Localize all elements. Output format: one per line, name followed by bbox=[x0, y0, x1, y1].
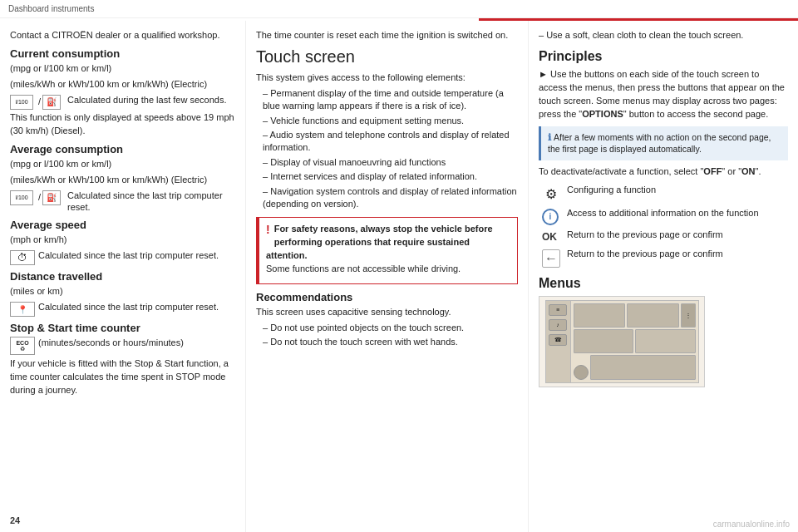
icon-row-speed: ⏱ Calculated since the last trip compute… bbox=[10, 249, 235, 265]
info-icon-cell: i bbox=[539, 205, 564, 227]
subtitle1-speed: (mph or km/h) bbox=[10, 234, 235, 247]
screen-bot-row bbox=[574, 355, 696, 379]
section-title-avg-consumption: Average consumption bbox=[10, 143, 235, 155]
ok-icon-cell: OK bbox=[539, 227, 564, 246]
screen-simulation: ≡ ♪ ☎ ⋮ bbox=[545, 300, 699, 383]
bullet-permanent: – Permanent display of the time and outs… bbox=[256, 87, 518, 113]
section-average-speed: Average speed (mph or km/h) ⏱ Calculated… bbox=[10, 219, 235, 265]
gear-icon-cell: ⚙ bbox=[539, 182, 564, 205]
page-section-title: Dashboard instruments bbox=[8, 4, 94, 13]
fuel-pump-icon-current: ⛽ bbox=[42, 95, 61, 110]
deactivate-text: To deactivate/activate a function, selec… bbox=[539, 165, 788, 179]
options-bold-text: OPTIONS bbox=[582, 109, 623, 119]
warning-box: ! For safety reasons, always stop the ve… bbox=[256, 217, 518, 284]
fuel-pump-icon-avg: ⛽ bbox=[42, 190, 61, 205]
current-desc: Calculated during the last few seconds. bbox=[67, 94, 226, 106]
right-column: – Use a soft, clean cloth to clean the t… bbox=[528, 21, 798, 532]
screen-cell-3 bbox=[574, 329, 634, 353]
menus-title: Menus bbox=[539, 276, 788, 291]
back-icon-label: Return to the previous page or confirm bbox=[564, 246, 788, 269]
section-average-consumption: Average consumption (mpg or l/100 km or … bbox=[10, 143, 235, 214]
recommendations-title: Recommendations bbox=[256, 291, 518, 303]
info-circle-icon: i bbox=[542, 209, 559, 225]
warning-bold-text: For safety reasons, always stop the vehi… bbox=[266, 223, 510, 276]
screen-dots: ⋮ bbox=[681, 303, 696, 328]
subtitle1-avg: (mpg or l/100 km or km/l) bbox=[10, 158, 235, 171]
screen-btn-1: ≡ bbox=[549, 304, 567, 316]
time-counter-note: The time counter is reset each time the … bbox=[256, 29, 518, 42]
section-title-distance: Distance travelled bbox=[10, 270, 235, 283]
fuel-icon-current: l/100 bbox=[10, 95, 33, 110]
section-title-stop-start: Stop & Start time counter bbox=[10, 322, 235, 334]
section-current-consumption: Current consumption (mpg or l/100 km or … bbox=[10, 47, 235, 138]
screen-right-panel: ⋮ bbox=[571, 301, 698, 382]
icon-row-dist: 📍 Calculated since the last trip compute… bbox=[10, 301, 235, 317]
icon-row-stopstart: ECO ♻ (minutes/seconds or hours/minutes) bbox=[10, 337, 235, 355]
touchscreen-intro: This system gives access to the followin… bbox=[256, 71, 518, 85]
main-content: Contact a CITROËN dealer or a qualified … bbox=[0, 21, 798, 532]
icon-row-info: i Access to additional information on th… bbox=[539, 205, 788, 227]
screen-cell-1 bbox=[574, 303, 626, 328]
back-icon: ← bbox=[542, 249, 560, 268]
back-icon-cell: ← bbox=[539, 246, 564, 269]
stopstart-subtitle: (minutes/seconds or hours/minutes) bbox=[38, 337, 184, 349]
subtitle1-current: (mpg or l/100 km or km/l) bbox=[10, 62, 235, 76]
icon-row-current: l/100 / ⛽ Calculated during the last few… bbox=[10, 94, 235, 110]
current-note: This function is only displayed at speed… bbox=[10, 111, 235, 138]
screen-cell-2 bbox=[627, 303, 679, 328]
eco-icon: ECO ♻ bbox=[10, 337, 35, 355]
touch-screen-inner: ≡ ♪ ☎ ⋮ bbox=[539, 297, 704, 387]
screen-left-panel: ≡ ♪ ☎ bbox=[546, 301, 571, 382]
bullet-navigation: – Navigation system controls and display… bbox=[256, 185, 518, 211]
rec-bullet-1: – Do not use pointed objects on the touc… bbox=[256, 322, 518, 334]
info-icon-label: Access to additional information on the … bbox=[564, 205, 788, 227]
bullet-vehicle: – Vehicle functions and equipment settin… bbox=[256, 115, 518, 127]
screen-top-row: ⋮ bbox=[574, 303, 696, 328]
ok-icon-label: Return to the previous page or confirm bbox=[564, 227, 788, 246]
gear-icon: ⚙ bbox=[542, 185, 560, 204]
subtitle1-dist: (miles or km) bbox=[10, 285, 235, 298]
top-bar: Dashboard instruments bbox=[0, 0, 798, 18]
gear-icon-label: Configuring a function bbox=[564, 182, 788, 205]
subtitle2-avg: (miles/kWh or kWh/100 km or km/kWh) (Ele… bbox=[10, 174, 235, 187]
watermark: carmanualonline.info bbox=[713, 520, 790, 529]
recommendations-intro: This screen uses capacitive sensing tech… bbox=[256, 306, 518, 319]
dist-desc: Calculated since the last trip computer … bbox=[38, 301, 219, 313]
principles-title: Principles bbox=[539, 49, 788, 64]
icon-table: ⚙ Configuring a function i Access to add… bbox=[539, 182, 788, 269]
rec-bullet-2: – Do not touch the touch screen with wet… bbox=[256, 336, 518, 348]
screen-cell-5 bbox=[590, 355, 696, 379]
section-title-avg-speed: Average speed bbox=[10, 219, 235, 231]
screen-cell-4 bbox=[635, 329, 696, 353]
bullet-visual: – Display of visual manoeuvring aid func… bbox=[256, 156, 518, 169]
screen-mid-row bbox=[574, 329, 696, 353]
screen-btn-3: ☎ bbox=[549, 334, 567, 346]
screen-round-btn bbox=[574, 365, 589, 380]
ok-icon: OK bbox=[542, 230, 560, 244]
info-icon: ℹ bbox=[548, 132, 551, 142]
subtitle2-current: (miles/kWh or kWh/100 km or km/kWh) (Ele… bbox=[10, 78, 235, 91]
speed-desc: Calculated since the last trip computer … bbox=[38, 249, 219, 262]
intro-text: Contact a CITROËN dealer or a qualified … bbox=[10, 29, 235, 42]
stopstart-note: If your vehicle is fitted with the Stop … bbox=[10, 357, 235, 397]
icon-row-ok: OK Return to the previous page or confir… bbox=[539, 227, 788, 246]
section-stop-start: Stop & Start time counter ECO ♻ (minutes… bbox=[10, 322, 235, 397]
speed-icon: ⏱ bbox=[10, 250, 35, 265]
icon-row-gear: ⚙ Configuring a function bbox=[539, 182, 788, 205]
icon-row-back: ← Return to the previous page or confirm bbox=[539, 246, 788, 269]
fuel-icon-avg: l/100 bbox=[10, 190, 33, 205]
page-number: 24 bbox=[10, 515, 20, 525]
touchscreen-heading: Touch screen bbox=[256, 47, 518, 66]
clean-cloth-note: – Use a soft, clean cloth to clean the t… bbox=[539, 29, 788, 42]
icon-row-avg: l/100 / ⛽ Calculated since the last trip… bbox=[10, 190, 235, 214]
section-distance: Distance travelled (miles or km) 📍 Calcu… bbox=[10, 270, 235, 317]
touch-screen-image: ≡ ♪ ☎ ⋮ bbox=[539, 296, 705, 387]
middle-column: The time counter is reset each time the … bbox=[245, 21, 528, 532]
left-column: Contact a CITROËN dealer or a qualified … bbox=[0, 21, 245, 532]
dist-icon: 📍 bbox=[10, 302, 35, 317]
section-title-current-consumption: Current consumption bbox=[10, 47, 235, 60]
info-box: ℹAfter a few moments with no action on t… bbox=[539, 126, 788, 160]
bullet-audio: – Audio system and telephone controls an… bbox=[256, 129, 518, 155]
bullet-internet: – Internet services and display of relat… bbox=[256, 170, 518, 183]
screen-btn-2: ♪ bbox=[549, 319, 567, 331]
